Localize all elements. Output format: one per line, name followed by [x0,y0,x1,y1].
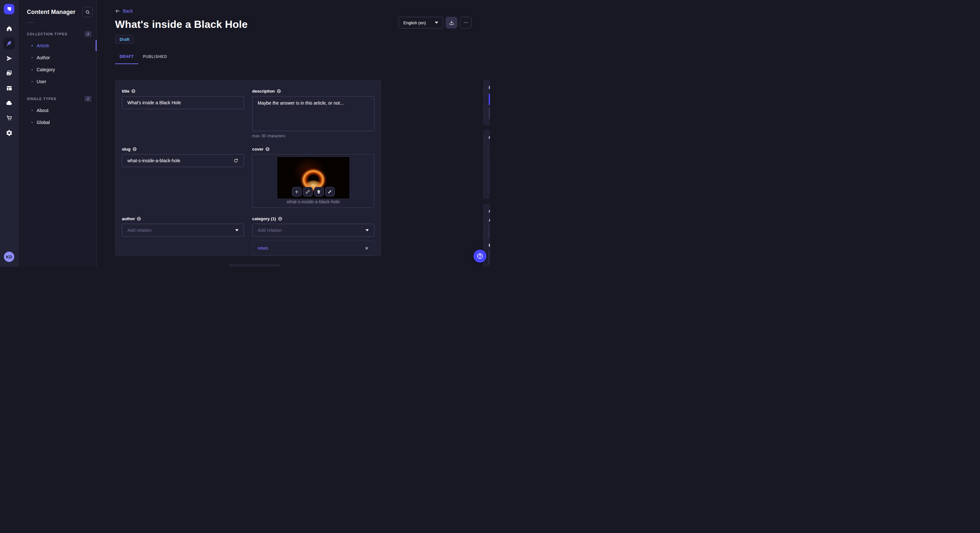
chevron-down-icon [435,22,438,24]
copy-link-button[interactable] [303,187,313,197]
add-media-button[interactable] [292,187,302,197]
active-indicator [95,40,97,51]
header-controls: English (en) [399,17,471,29]
pencil-icon [327,189,332,194]
marketplace-cart-icon[interactable] [3,112,15,124]
review-stage-select[interactable]: In progress [489,250,490,263]
author-relation-combobox[interactable]: Add relation [122,224,244,237]
chevron-down-icon [366,229,369,231]
plus-icon [294,189,299,194]
main-content: Back What's inside a Black Hole Draft En… [97,0,490,266]
description-hint: max. 80 characters [252,134,374,138]
header-more-button[interactable] [460,17,471,29]
settings-gear-icon[interactable] [3,127,15,139]
remove-relation-button[interactable] [364,246,369,250]
close-icon [364,246,369,250]
logo-cell [0,0,18,19]
help-button[interactable] [474,250,487,263]
content-type-builder-layout-icon[interactable] [3,82,15,94]
ellipsis-icon [463,20,468,25]
back-arrow-icon [115,8,120,14]
delete-media-button[interactable] [314,187,324,197]
deploy-cloud-icon[interactable] [3,97,15,109]
download-icon [449,20,454,25]
bullet-icon [32,110,33,111]
draft-published-tabs: DRAFT PUBLISHED [115,54,172,64]
sidebar-item-author[interactable]: Author [19,51,97,63]
edit-media-button[interactable] [325,187,335,197]
single-types-list: About Global [19,104,97,128]
content-manager-sidebar: Content Manager COLLECTION TYPES 4 Artic… [19,0,97,266]
bullet-icon [32,57,33,58]
sidebar-item-article[interactable]: Article [19,40,97,51]
home-icon[interactable] [3,23,15,34]
collection-types-list: Article Author Category User [19,40,97,87]
bullet-icon [32,45,33,46]
releases-plane-icon[interactable] [3,52,15,64]
field-description: description Maybe the answer is in this … [252,89,374,138]
tab-published[interactable]: PUBLISHED [138,54,172,64]
sidebar-item-user[interactable]: User [19,75,97,87]
divider [27,22,35,23]
strapi-logo[interactable] [4,4,14,14]
release-card: Will be published in Spring Summer highl… [489,144,490,194]
next-section-peek [228,264,281,266]
field-slug: slug what-s-inside-a-black-hole [122,147,244,208]
title-input[interactable]: What's inside a Black Hole [122,96,244,109]
field-author: author Add relation [122,216,244,255]
category-relation-item: news [252,241,374,255]
entry-panel: ENTRY Publish Save [483,80,490,125]
i18n-globe-icon [137,217,141,221]
bullet-icon [32,69,33,70]
trash-icon [316,189,321,194]
category-relation-combobox[interactable]: Add relation [252,224,374,237]
sidebar-item-category[interactable]: Category [19,63,97,75]
single-types-count-badge: 2 [84,96,91,102]
releases-panel: RELEASES Will be published in Spring Sum… [483,130,490,199]
page-title: What's inside a Black Hole [115,19,248,30]
field-cover: cover [252,147,374,208]
question-icon [476,252,484,260]
cover-image-black-hole[interactable] [277,157,349,198]
i18n-globe-icon [266,147,270,151]
link-icon [305,189,310,194]
relation-link-news[interactable]: news [258,246,268,251]
i18n-globe-icon [277,89,281,93]
i18n-globe-icon [132,147,137,151]
assignee-label: Assignee [489,217,490,222]
i18n-globe-icon [131,89,135,93]
nav-rail: KD [0,0,19,266]
publish-button[interactable]: Publish [489,94,490,105]
bullet-icon [32,122,33,123]
back-link[interactable]: Back [115,8,133,14]
description-textarea[interactable]: Maybe the answer is in this article, or … [252,96,374,131]
media-library-icon[interactable] [3,67,15,79]
right-panel: ENTRY Publish Save RELEASES Will be publ… [483,80,490,266]
tab-draft[interactable]: DRAFT [115,54,138,64]
rail-nav [3,23,15,139]
collection-types-header: COLLECTION TYPES 4 [19,31,97,37]
review-stage-label: Review stage [489,243,490,248]
content-manager-feather-icon[interactable] [3,38,15,49]
search-icon [85,10,91,15]
regenerate-icon[interactable] [233,158,239,163]
sidebar-item-global[interactable]: Global [19,116,97,128]
status-badge: Draft [115,35,134,44]
cover-filename: what-s-inside-a-black-hole [253,199,374,204]
locale-select[interactable]: English (en) [399,17,443,29]
assignee-select[interactable]: Jane Doe [489,225,490,238]
bullet-icon [32,81,33,82]
slug-input[interactable]: what-s-inside-a-black-hole [122,154,244,167]
cover-media-box: what-s-inside-a-black-hole [252,154,374,208]
search-button[interactable] [82,7,93,17]
save-button[interactable]: Save [489,108,490,119]
user-avatar[interactable]: KD [4,252,14,262]
single-types-header: SINGLE TYPES 2 [19,96,97,102]
export-button[interactable] [445,17,457,29]
chevron-down-icon [235,229,239,231]
sidebar-item-about[interactable]: About [19,104,97,116]
cover-actions [292,187,335,197]
collection-types-count-badge: 4 [84,31,91,37]
edit-form-card: title What's inside a Black Hole descrip… [115,80,381,256]
release-status: Will be published in [489,144,490,158]
